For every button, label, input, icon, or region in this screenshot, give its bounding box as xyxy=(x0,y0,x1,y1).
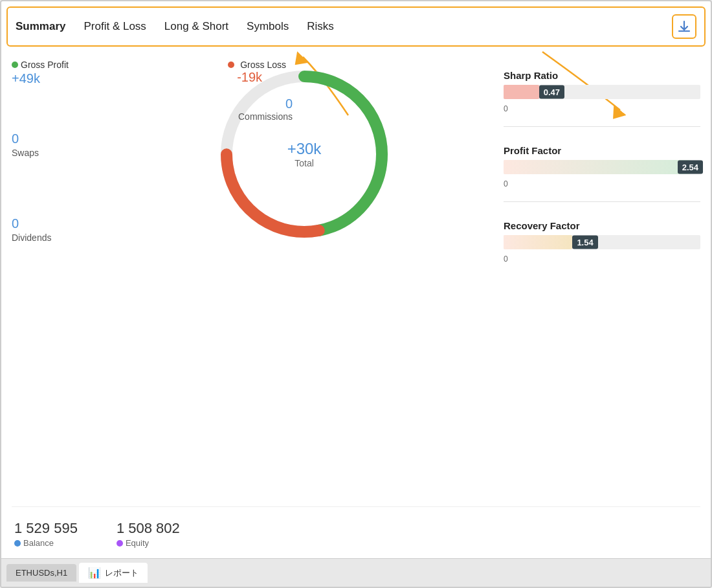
equity-label: Equity xyxy=(126,538,149,548)
donut-center: +30k Total xyxy=(287,140,322,168)
sharp-ratio-section: Sharp Ratio 0.47 0 xyxy=(504,70,700,113)
swaps-metric: 0 Swaps xyxy=(12,131,115,158)
sharp-ratio-scale-start: 0 xyxy=(504,104,508,113)
commissions-section: 0 Commissions xyxy=(238,96,293,122)
swaps-label: Swaps xyxy=(12,148,115,158)
tab-long-short[interactable]: Long & Short xyxy=(164,17,228,36)
sharp-ratio-badge: 0.47 xyxy=(539,85,564,99)
profit-factor-section: Profit Factor 2.54 0 xyxy=(504,145,700,188)
commissions-label: Commissions xyxy=(238,111,293,122)
footer-tab-report[interactable]: 📊 レポート xyxy=(79,563,148,583)
right-panel: Sharp Ratio 0.47 0 Profit Factor 2. xyxy=(493,57,700,264)
gross-profit-label-row: Gross Profit xyxy=(12,60,115,70)
profit-factor-bar-fill xyxy=(504,160,691,174)
gross-profit-label: Gross Profit xyxy=(21,60,69,70)
recovery-factor-scale: 0 xyxy=(504,254,700,264)
gross-profit-value: +49k xyxy=(12,71,115,86)
footer-tab2-icon: 📊 xyxy=(88,567,101,579)
tab-symbols[interactable]: Symbols xyxy=(247,17,289,36)
profit-factor-badge: 2.54 xyxy=(678,161,703,174)
main-content: Gross Profit +49k 0 Swaps 0 Dividends xyxy=(1,52,711,558)
nav-tabs: Summary Profit & Loss Long & Short Symbo… xyxy=(16,17,672,36)
equity-value: 1 508 802 xyxy=(117,520,180,537)
balance-item: 1 529 595 Balance xyxy=(14,520,78,548)
recovery-factor-scale-start: 0 xyxy=(504,254,508,264)
balance-value: 1 529 595 xyxy=(14,520,78,537)
sharp-ratio-bar: 0.47 xyxy=(504,85,700,99)
gross-profit-metric: Gross Profit +49k xyxy=(12,60,115,86)
divider-2 xyxy=(504,201,700,202)
tab-summary[interactable]: Summary xyxy=(16,17,65,36)
tab-risks[interactable]: Risks xyxy=(307,17,334,36)
bottom-section: 1 529 595 Balance 1 508 802 Equity xyxy=(12,506,700,553)
recovery-factor-bar-fill xyxy=(504,235,572,249)
swaps-value: 0 xyxy=(12,131,115,146)
donut-chart: +30k Total xyxy=(207,57,401,251)
profit-factor-scale-start: 0 xyxy=(504,179,508,188)
dividends-value: 0 xyxy=(12,216,115,231)
recovery-factor-bar: 1.54 xyxy=(504,235,700,249)
balance-label-row: Balance xyxy=(14,538,78,548)
recovery-factor-badge: 1.54 xyxy=(572,236,597,249)
equity-item: 1 508 802 Equity xyxy=(117,520,180,548)
recovery-factor-section: Recovery Factor 1.54 0 xyxy=(504,220,700,264)
chart-area: Gross Loss -19k xyxy=(115,57,493,251)
footer-tab-bar: ETHUSDs,H1 📊 レポート xyxy=(1,558,711,587)
divider-1 xyxy=(504,126,700,127)
balance-dot xyxy=(14,540,21,547)
footer-tab-symbol[interactable]: ETHUSDs,H1 xyxy=(6,564,76,582)
profit-factor-title: Profit Factor xyxy=(504,145,700,156)
gross-profit-dot xyxy=(12,62,18,68)
profit-factor-scale: 0 xyxy=(504,179,700,188)
sharp-ratio-bar-fill xyxy=(504,85,539,99)
dividends-label: Dividends xyxy=(12,232,115,243)
tab-profit-loss[interactable]: Profit & Loss xyxy=(83,17,146,36)
donut-total-value: +30k xyxy=(287,140,322,158)
equity-label-row: Equity xyxy=(117,538,180,548)
recovery-factor-title: Recovery Factor xyxy=(504,220,700,231)
balance-label: Balance xyxy=(23,538,54,548)
sharp-ratio-title: Sharp Ratio xyxy=(504,70,700,81)
top-section: Gross Profit +49k 0 Swaps 0 Dividends xyxy=(12,57,700,394)
left-panel: Gross Profit +49k 0 Swaps 0 Dividends xyxy=(12,57,115,243)
main-window: Summary Profit & Loss Long & Short Symbo… xyxy=(0,0,712,588)
donut-total-label: Total xyxy=(287,158,322,168)
sharp-ratio-scale: 0 xyxy=(504,104,700,113)
download-button[interactable] xyxy=(672,14,696,39)
nav-bar: Summary Profit & Loss Long & Short Symbo… xyxy=(6,6,706,47)
dividends-metric: 0 Dividends xyxy=(12,216,115,243)
equity-dot xyxy=(117,540,123,547)
footer-tab1-label: ETHUSDs,H1 xyxy=(16,568,67,578)
profit-factor-bar: 2.54 xyxy=(504,160,700,174)
commissions-value: 0 xyxy=(238,96,293,111)
footer-tab2-label: レポート xyxy=(105,567,139,579)
